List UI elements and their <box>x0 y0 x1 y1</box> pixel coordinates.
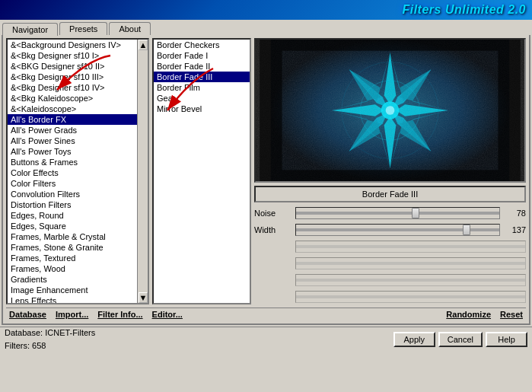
filter-item-4[interactable]: Border Film <box>154 82 250 93</box>
nav-scrollbar[interactable]: ▲ ▼ <box>137 40 148 303</box>
preview-svg <box>256 40 524 181</box>
param-slider-0[interactable] <box>295 207 500 219</box>
nav-item-5[interactable]: &<Bkg Kaleidoscope> <box>8 93 137 104</box>
nav-item-1[interactable]: &<Bkg Designer sf10 I> <box>8 50 137 61</box>
filter-item-3[interactable]: Border Fade III <box>154 72 250 82</box>
app-header: Filters Unlimited 2.0 <box>0 0 532 20</box>
import-link[interactable]: Import... <box>56 310 88 319</box>
nav-item-8[interactable]: All's Power Grads <box>8 125 137 135</box>
cancel-button[interactable]: Cancel <box>438 332 483 347</box>
database-status: Database: ICNET-Filters <box>5 327 95 339</box>
tab-presets[interactable]: Presets <box>59 22 107 35</box>
filter-panel: Border CheckersBorder Fade IBorder Fade … <box>152 38 251 304</box>
empty-slider-3 <box>295 291 526 303</box>
nav-item-20[interactable]: Frames, Textured <box>8 253 137 263</box>
category-panel: &<Background Designers IV>&<Bkg Designer… <box>6 38 149 304</box>
param-row-0: Noise78 <box>254 206 526 221</box>
database-link[interactable]: Database <box>9 310 46 319</box>
editor-link[interactable]: Editor... <box>152 310 183 319</box>
nav-item-12[interactable]: Color Effects <box>8 167 137 178</box>
param-label-0: Noise <box>254 209 292 218</box>
right-panel: Border Fade III Noise78Width137 <box>254 38 526 304</box>
param-slider-1[interactable] <box>295 224 500 236</box>
status-right: Apply Cancel Help <box>393 332 527 347</box>
tab-about[interactable]: About <box>109 22 151 35</box>
empty-slider-0 <box>295 241 526 253</box>
param-value-0: 78 <box>503 209 526 218</box>
randomize-link[interactable]: Randomize <box>446 310 491 319</box>
empty-param-row-0 <box>254 239 526 254</box>
nav-item-18[interactable]: Frames, Marble & Crystal <box>8 231 137 242</box>
empty-param-row-3 <box>254 289 526 304</box>
help-button[interactable]: Help <box>486 332 527 347</box>
nav-item-3[interactable]: &<Bkg Designer sf10 III> <box>8 72 137 82</box>
filters-status: Filters: 658 <box>5 339 95 352</box>
apply-button[interactable]: Apply <box>393 332 435 347</box>
status-left: Database: ICNET-Filters Filters: 658 <box>5 327 95 352</box>
nav-item-24[interactable]: Lens Effects <box>8 295 137 303</box>
preview-area <box>254 38 526 183</box>
nav-item-4[interactable]: &<Bkg Designer sf10 IV> <box>8 82 137 93</box>
params-area: Noise78Width137 <box>254 206 526 304</box>
scroll-down[interactable]: ▼ <box>139 292 148 303</box>
nav-item-11[interactable]: Buttons & Frames <box>8 157 137 167</box>
selected-filter-name: Border Fade III <box>254 186 526 202</box>
content-panel: &<Background Designers IV>&<Bkg Designer… <box>2 35 530 325</box>
nav-item-10[interactable]: All's Power Toys <box>8 146 137 157</box>
filter-item-1[interactable]: Border Fade I <box>154 50 250 61</box>
nav-item-6[interactable]: &<Kaleidoscope> <box>8 104 137 114</box>
empty-slider-2 <box>295 274 526 286</box>
nav-item-23[interactable]: Image Enhancement <box>8 285 137 295</box>
param-row-1: Width137 <box>254 222 526 237</box>
nav-item-2[interactable]: &<BKG Designer sf10 II> <box>8 61 137 72</box>
tab-navigator[interactable]: Navigator <box>2 23 58 36</box>
nav-item-21[interactable]: Frames, Wood <box>8 263 137 274</box>
empty-slider-1 <box>295 257 526 269</box>
nav-item-0[interactable]: &<Background Designers IV> <box>8 40 137 50</box>
nav-item-7[interactable]: All's Border FX <box>8 114 137 125</box>
nav-list[interactable]: &<Background Designers IV>&<Bkg Designer… <box>8 40 137 303</box>
app-title: Filters Unlimited 2.0 <box>402 3 526 17</box>
nav-item-16[interactable]: Edges, Round <box>8 210 137 221</box>
empty-param-row-2 <box>254 272 526 288</box>
nav-item-9[interactable]: All's Power Sines <box>8 135 137 146</box>
main-window: Filters Unlimited 2.0 Navigator Presets … <box>0 0 532 351</box>
reset-link[interactable]: Reset <box>500 310 523 319</box>
bottom-toolbar: Database Import... Filter Info... Editor… <box>6 308 526 320</box>
tab-bar: Navigator Presets About <box>0 20 532 35</box>
toolbar-right: Randomize Reset <box>446 310 523 319</box>
nav-item-22[interactable]: Gradients <box>8 274 137 285</box>
nav-item-15[interactable]: Distortion Filters <box>8 199 137 210</box>
svg-rect-22 <box>271 40 509 181</box>
filter-item-5[interactable]: Gear <box>154 93 250 104</box>
scroll-track <box>139 51 147 292</box>
filter-item-0[interactable]: Border Checkers <box>154 40 250 50</box>
nav-item-17[interactable]: Edges, Square <box>8 221 137 231</box>
content-row: &<Background Designers IV>&<Bkg Designer… <box>6 38 526 304</box>
nav-item-19[interactable]: Frames, Stone & Granite <box>8 242 137 253</box>
filter-item-6[interactable]: Mirror Bevel <box>154 104 250 114</box>
scroll-up[interactable]: ▲ <box>139 40 148 50</box>
filter-item-2[interactable]: Border Fade II <box>154 61 250 72</box>
status-bar: Database: ICNET-Filters Filters: 658 App… <box>0 327 532 351</box>
filter-info-link[interactable]: Filter Info... <box>97 310 142 319</box>
empty-param-row-1 <box>254 256 526 271</box>
toolbar-left: Database Import... Filter Info... Editor… <box>9 310 183 319</box>
param-label-1: Width <box>254 225 292 234</box>
nav-item-14[interactable]: Convolution Filters <box>8 189 137 199</box>
param-value-1: 137 <box>503 225 526 234</box>
nav-item-13[interactable]: Color Filters <box>8 178 137 189</box>
nav-list-container: &<Background Designers IV>&<Bkg Designer… <box>8 40 148 303</box>
